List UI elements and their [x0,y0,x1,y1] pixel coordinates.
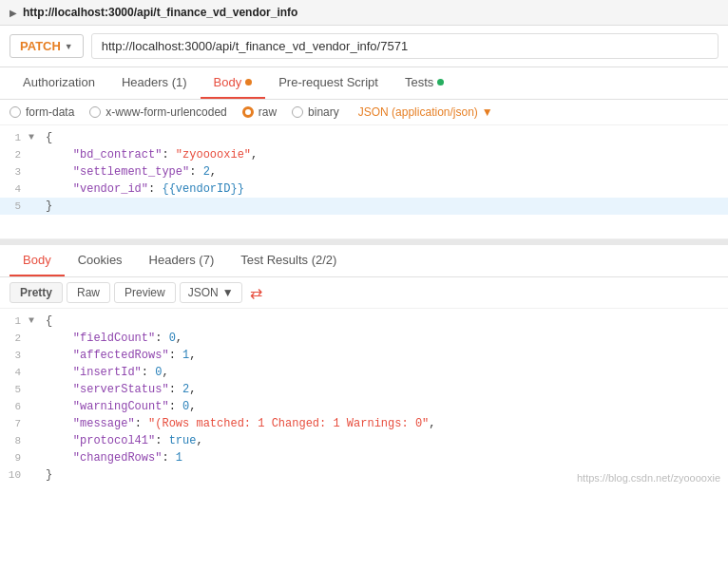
req-linenum-4: 4 [0,180,29,198]
tab-body[interactable]: Body [201,67,266,99]
resp-content-9: "changedRows": 1 [42,449,728,466]
response-tab-headers-label: Headers (7) [149,253,215,267]
response-tab-cookies-label: Cookies [78,253,123,267]
radio-form-data-label: form-data [26,105,74,119]
resp-content-8: "protocol41": true, [42,432,728,449]
radio-urlencoded[interactable]: x-www-form-urlencoded [89,105,226,119]
response-tab-headers[interactable]: Headers (7) [136,245,228,276]
radio-raw-circle [242,106,254,118]
resp-linenum-5: 5 [0,381,29,398]
req-line-2: 2 "bd_contract": "zyooooxie", [0,146,728,163]
req-toggle-1[interactable]: ▼ [29,129,42,146]
req-line-3: 3 "settlement_type": 2, [0,163,728,180]
method-label: PATCH [20,39,61,53]
json-format-selector[interactable]: JSON ▼ [180,282,242,303]
expand-arrow-icon: ▶ [10,8,17,18]
resp-line-5: 5 "serverStatus": 2, [0,381,728,398]
body-dot-icon [245,79,252,86]
tab-authorization[interactable]: Authorization [10,67,108,99]
response-toolbar: Pretty Raw Preview JSON ▼ ⇄ [0,277,728,309]
resp-line-4: 4 "insertId": 0, [0,364,728,381]
req-linenum-3: 3 [0,163,29,180]
resp-content-3: "affectedRows": 1, [42,347,728,364]
req-line-5: 5 } [0,198,728,215]
req-content-3: "settlement_type": 2, [42,163,728,180]
resp-linenum-6: 6 [0,398,29,415]
resp-content-7: "message": "(Rows matched: 1 Changed: 1 … [42,415,728,432]
json-format-label: JSON [188,286,219,299]
radio-form-data-circle [10,106,21,118]
req-content-5: } [42,198,728,215]
wrap-icon[interactable]: ⇄ [250,284,262,302]
json-type-selector[interactable]: JSON (application/json) ▼ [358,105,493,119]
tab-headers[interactable]: Headers (1) [108,67,201,99]
tab-prerequest[interactable]: Pre-request Script [265,67,392,99]
req-content-4: "vendor_id": {{vendorID}} [42,180,728,198]
resp-content-2: "fieldCount": 0, [42,330,728,347]
resp-toggle-1[interactable]: ▼ [29,313,42,330]
tab-tests[interactable]: Tests [392,67,457,99]
resp-line-9: 9 "changedRows": 1 [0,449,728,466]
tests-dot-icon [437,79,444,86]
tab-body-label: Body [214,75,242,89]
tab-tests-label: Tests [405,75,433,89]
radio-raw[interactable]: raw [242,105,277,119]
tab-authorization-label: Authorization [23,75,95,89]
req-content-1: { [42,129,728,146]
req-linenum-1: 1 [0,129,29,146]
response-tab-testresults-label: Test Results (2/2) [240,253,336,267]
request-section: PATCH ▼ Authorization Headers (1) Body P… [0,26,728,245]
resp-line-6: 6 "warningCount": 0, [0,398,728,415]
radio-raw-label: raw [259,105,277,119]
req-line-1: 1 ▼ { [0,129,728,146]
response-tab-cookies[interactable]: Cookies [65,245,136,276]
radio-urlencoded-label: x-www-form-urlencoded [105,105,226,119]
req-linenum-5: 5 [0,198,29,215]
pretty-button[interactable]: Pretty [10,282,63,303]
radio-binary-label: binary [308,105,339,119]
method-url-row: PATCH ▼ [0,26,728,67]
top-url-text: http://localhost:3000/api/t_finance_vd_v… [23,6,297,19]
radio-binary-circle [292,106,303,118]
radio-urlencoded-circle [89,106,101,118]
resp-line-3: 3 "affectedRows": 1, [0,347,728,364]
watermark: https://blog.csdn.net/zyooooxie [577,472,720,484]
resp-line-7: 7 "message": "(Rows matched: 1 Changed: … [0,415,728,432]
resp-linenum-1: 1 [0,313,29,330]
resp-linenum-9: 9 [0,449,29,466]
json-type-chevron-icon: ▼ [482,105,493,119]
radio-form-data[interactable]: form-data [10,105,74,119]
request-tabs-row: Authorization Headers (1) Body Pre-reque… [0,67,728,100]
method-chevron-icon: ▼ [65,42,73,51]
resp-content-4: "insertId": 0, [42,364,728,381]
resp-linenum-7: 7 [0,415,29,432]
top-url-bar: ▶ http://localhost:3000/api/t_finance_vd… [0,0,728,26]
req-content-2: "bd_contract": "zyooooxie", [42,146,728,163]
response-section: Body Cookies Headers (7) Test Results (2… [0,245,728,487]
resp-content-6: "warningCount": 0, [42,398,728,415]
url-input[interactable] [91,33,718,59]
method-button[interactable]: PATCH ▼ [10,34,84,58]
tab-prerequest-label: Pre-request Script [278,75,378,89]
json-type-label: JSON (application/json) [358,105,478,119]
response-code-editor[interactable]: 1 ▼ { 2 "fieldCount": 0, 3 "affectedRows… [0,309,728,487]
radio-binary[interactable]: binary [292,105,339,119]
tab-headers-label: Headers (1) [122,75,187,89]
resp-content-5: "serverStatus": 2, [42,381,728,398]
raw-button[interactable]: Raw [67,282,110,303]
resp-line-8: 8 "protocol41": true, [0,432,728,449]
response-tab-testresults[interactable]: Test Results (2/2) [227,245,350,276]
preview-button[interactable]: Preview [114,282,176,303]
req-linenum-2: 2 [0,146,29,163]
resp-line-2: 2 "fieldCount": 0, [0,330,728,347]
resp-content-1: { [42,313,728,330]
response-tab-body-label: Body [23,253,51,267]
resp-line-1: 1 ▼ { [0,313,728,330]
resp-linenum-4: 4 [0,364,29,381]
req-line-4: 4 "vendor_id": {{vendorID}} [0,180,728,198]
resp-linenum-3: 3 [0,347,29,364]
body-type-row: form-data x-www-form-urlencoded raw bina… [0,100,728,125]
response-tabs-row: Body Cookies Headers (7) Test Results (2… [0,245,728,277]
response-tab-body[interactable]: Body [10,245,65,276]
request-code-editor[interactable]: 1 ▼ { 2 "bd_contract": "zyooooxie", 3 "s… [0,125,728,239]
